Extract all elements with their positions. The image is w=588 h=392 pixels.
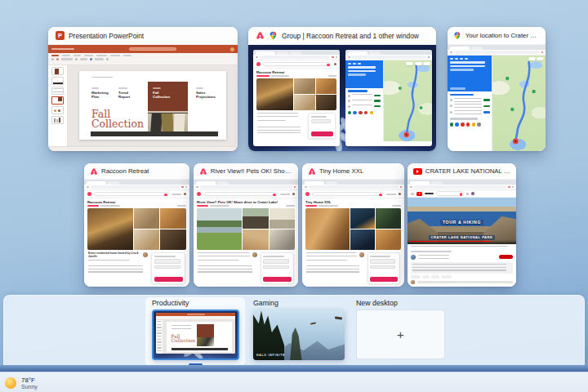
toolbar-icon xyxy=(106,58,109,60)
listing-photo xyxy=(350,208,376,229)
maps-page xyxy=(345,60,432,141)
google-maps-icon xyxy=(269,31,278,40)
url-field xyxy=(91,185,180,189)
weather-widget[interactable]: 78°F Sunny xyxy=(5,374,78,391)
progress-bar xyxy=(409,241,492,242)
ribbon-tab xyxy=(123,55,131,56)
date-fields xyxy=(370,259,395,264)
video-title-overlay: TOUR & HIKING CRATER LAKE NATIONAL PARK xyxy=(408,212,516,242)
map-route-overlay xyxy=(384,60,432,141)
desktop-label-productivity[interactable]: Productivity xyxy=(152,299,189,307)
browser-addressbar xyxy=(253,55,340,60)
amenity-text-lines xyxy=(198,265,252,274)
airbnb-page: Raccoon Retreat xyxy=(253,60,340,141)
slide-column-4: Sales Projections xyxy=(196,87,217,99)
route-text xyxy=(454,110,482,114)
map-button xyxy=(537,57,544,60)
explore-label xyxy=(450,118,478,119)
slide-maroon-panel: Fall Collection xyxy=(148,82,188,111)
desktop-label-new: New desktop xyxy=(356,299,398,307)
channel-name-lines xyxy=(418,255,449,259)
user-avatar xyxy=(292,193,296,196)
route-time xyxy=(483,105,490,107)
airbnb-page: River View!! Pets OK! Short drive to Cra… xyxy=(194,190,298,287)
mode-icon xyxy=(455,58,458,60)
listing-photo xyxy=(160,229,186,250)
airbnb-window-preview: Raccoon Retreat xyxy=(253,50,340,146)
slide-footer-bar xyxy=(91,131,218,136)
titlebar-text xyxy=(51,48,74,51)
host-link xyxy=(386,194,396,195)
browser-tab xyxy=(256,51,275,56)
window-thumbnail-tiny-home[interactable]: Tiny Home XXL Tiny Home XXL xyxy=(302,163,404,287)
group-desktop-preview: Raccoon Retreat xyxy=(248,45,436,151)
window-title: Your location to Crater Lake... xyxy=(466,32,540,39)
desktop-label-gaming[interactable]: Gaming xyxy=(253,299,278,307)
column-tag xyxy=(196,87,203,89)
window-thumbnail-raccoon-retreat[interactable]: Raccoon Retreat Raccoon Retreat Entire r… xyxy=(84,163,189,287)
mini-slide-headline: Fall Collection xyxy=(172,335,196,344)
extension-icon xyxy=(332,56,334,59)
host-row xyxy=(198,252,257,258)
hamburger-icon xyxy=(411,193,414,195)
window-thumbnail-maps[interactable]: Your location to Crater Lake... xyxy=(448,27,546,151)
guests-field xyxy=(154,265,180,269)
google-maps-icon xyxy=(453,31,461,40)
toolbar-icon xyxy=(56,58,59,60)
listing-photo xyxy=(160,208,186,229)
listing-description xyxy=(306,252,364,284)
nav-back-icon xyxy=(256,56,258,59)
directions-header xyxy=(448,56,492,91)
route-time xyxy=(483,111,490,113)
weather-text: 78°F Sunny xyxy=(21,376,38,390)
browser-tab xyxy=(217,181,229,185)
map-route-overlay xyxy=(492,56,546,151)
overlay-line-2: CRATER LAKE NATIONAL PARK xyxy=(429,235,496,240)
window-thumbnail-powerpoint[interactable]: P Presentation PowerPoint xyxy=(48,27,238,151)
airbnb-logo xyxy=(197,192,201,196)
nav-back-icon xyxy=(305,186,307,189)
host-avatar xyxy=(143,252,148,257)
window-thumbnail-river-view[interactable]: River View!! Pets OK! Short... River Vie… xyxy=(194,163,298,287)
pine-trees xyxy=(253,310,284,360)
category-circle xyxy=(370,111,374,115)
nav-back-icon xyxy=(87,186,89,189)
airbnb-searchbar xyxy=(94,192,169,197)
ribbon-tabs xyxy=(51,55,234,56)
weather-temp: 78°F xyxy=(21,376,38,384)
new-desktop-button[interactable]: + xyxy=(356,310,445,359)
mini-clothes-photo xyxy=(197,337,214,346)
transit-icon xyxy=(348,105,350,108)
video-title-lines xyxy=(411,246,508,249)
browser-tab xyxy=(277,51,288,55)
extension-icon xyxy=(181,186,184,189)
youtube-icon xyxy=(413,168,422,175)
route-text xyxy=(454,104,482,108)
nav-back-icon xyxy=(450,51,452,54)
booking-box xyxy=(368,252,400,284)
amenity-text-lines xyxy=(257,127,301,133)
channel-avatar xyxy=(411,255,416,260)
destination-field xyxy=(348,70,376,73)
route-time xyxy=(374,105,381,107)
listing-photo xyxy=(294,95,314,110)
thumbnail-header: Your location to Crater Lake... xyxy=(448,27,546,45)
desktop-thumbnail-productivity[interactable]: Fall Collection xyxy=(152,310,239,360)
window-thumbnail-group[interactable]: Group | Raccoon Retreat and 1 other wind… xyxy=(248,27,436,151)
window-thumbnail-youtube[interactable]: CRATER LAKE NATIONAL P... TOUR xyxy=(408,163,516,287)
powerpoint-ribbon xyxy=(48,53,238,65)
slide-column-label: Marketing Plan xyxy=(91,91,113,99)
powerpoint-main-area: Fall Collection Marketing Plan xyxy=(48,65,238,146)
listing-photo-main xyxy=(87,208,133,250)
listing-photo-grid xyxy=(294,78,336,110)
thumb-art xyxy=(59,118,60,122)
listing-info xyxy=(302,250,404,287)
browser-tab xyxy=(348,51,368,56)
ribbon-tab xyxy=(74,55,81,56)
extension-icon xyxy=(541,51,544,54)
browser-addressbar xyxy=(84,185,189,190)
thumb-art xyxy=(53,88,63,94)
check-availability-button xyxy=(154,277,183,282)
route-list xyxy=(345,88,383,141)
desktop-thumbnail-gaming[interactable]: HALO INFINITE xyxy=(253,310,345,360)
